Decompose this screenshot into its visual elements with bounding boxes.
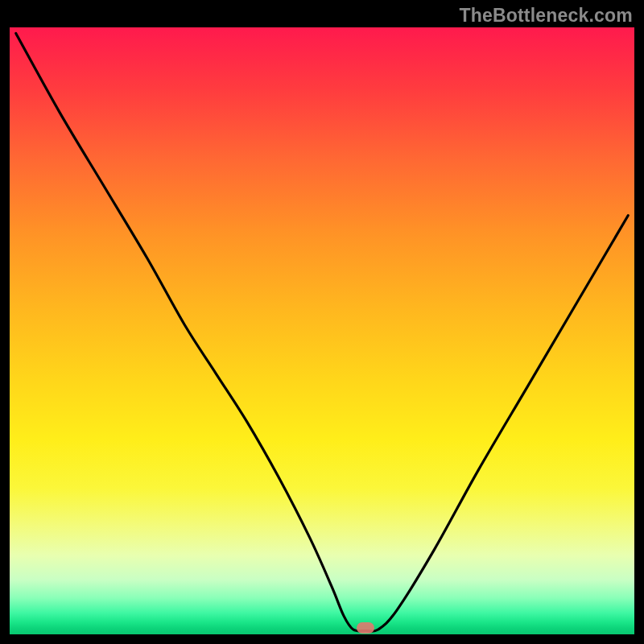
plot-area — [10, 27, 634, 634]
watermark-text: TheBottleneck.com — [459, 5, 633, 27]
optimal-point-marker — [357, 622, 374, 634]
bottleneck-curve — [10, 27, 634, 634]
chart-frame: TheBottleneck.com — [0, 0, 644, 644]
